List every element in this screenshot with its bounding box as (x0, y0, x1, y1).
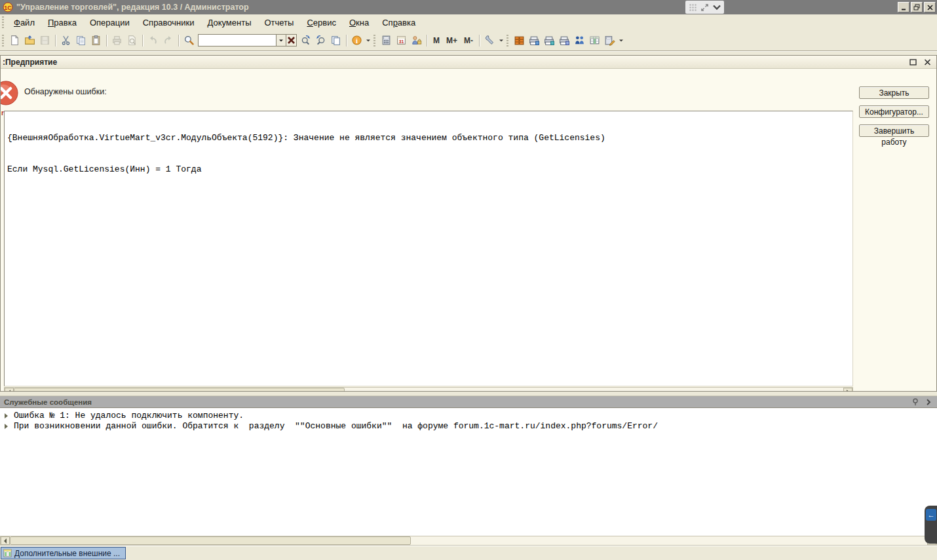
search-dropdown-button[interactable] (276, 34, 286, 47)
print-button[interactable] (109, 33, 124, 48)
close-button[interactable]: Закрыть (859, 86, 929, 99)
calc-edit-button[interactable] (602, 33, 617, 48)
screen-overlay-flap[interactable]: ← (925, 506, 937, 544)
service-settings-button[interactable] (482, 33, 497, 48)
cut-button[interactable] (58, 33, 73, 48)
service-messages-header[interactable]: Служебные сообщения (0, 396, 937, 407)
fiscal-printer-3-button[interactable] (557, 33, 572, 48)
configurator-button[interactable]: Конфигуратор... (859, 105, 929, 118)
save-button[interactable] (37, 33, 52, 48)
close-button[interactable] (924, 2, 936, 12)
overlay-widget[interactable] (685, 1, 724, 14)
user-permissions-button[interactable] (409, 33, 424, 48)
app-1c-icon: 1C (3, 2, 13, 12)
toolbar-grip-handle[interactable] (507, 35, 508, 47)
print-preview-button[interactable] (124, 33, 140, 48)
redo-button[interactable] (161, 33, 176, 48)
scroll-right-button[interactable] (843, 388, 852, 392)
menu-item-file[interactable]: Файл (7, 16, 41, 29)
memory-plus-button[interactable]: M+ (443, 33, 461, 48)
calculator-button[interactable] (379, 33, 394, 48)
restore-button[interactable] (911, 2, 923, 12)
menu-item-edit[interactable]: Правка (41, 16, 83, 29)
menu-item-catalogs[interactable]: Справочники (136, 16, 201, 29)
menu-item-windows[interactable]: Окна (343, 16, 375, 29)
message-bullet-icon (5, 413, 10, 419)
arrow-left-icon[interactable]: ← (926, 509, 936, 521)
dialog-close-button[interactable] (922, 58, 932, 67)
memory-minus-button[interactable]: M- (461, 33, 476, 48)
grid-dots-icon[interactable] (688, 3, 698, 12)
calc-edit-menu-button[interactable] (617, 33, 624, 48)
info-button[interactable]: i (349, 33, 364, 48)
menu-item-tools[interactable]: Сервис (300, 16, 343, 29)
messages-horizontal-scrollbar[interactable] (0, 536, 937, 546)
tab-additional-external[interactable]: Дополнительные внешние ... (1, 547, 126, 559)
find-next-button[interactable] (298, 33, 313, 48)
calendar-button[interactable]: 31 (394, 33, 409, 48)
expand-icon[interactable] (700, 3, 710, 12)
error-line: {ВнешняяОбработка.VirtueMart_v3cr.Модуль… (7, 133, 851, 143)
minimize-button[interactable] (898, 2, 909, 12)
error-text-area[interactable]: {ВнешняяОбработка.VirtueMart_v3cr.Модуль… (4, 111, 853, 386)
window-controls (898, 2, 936, 12)
table-icon (3, 549, 12, 557)
dialog-horizontal-scrollbar[interactable] (4, 387, 853, 392)
menu-item-operations[interactable]: Операции (83, 16, 136, 29)
application-window: { "titlebar": { "title": "\"Управление т… (0, 0, 937, 560)
scrollbar-track[interactable] (345, 388, 843, 392)
service-messages-list: Ошибка № 1: Не удалось подключить компон… (0, 407, 937, 536)
svg-text:1C: 1C (4, 5, 12, 11)
duplicate-button[interactable] (328, 33, 343, 48)
service-settings-menu-button[interactable] (497, 33, 505, 48)
find-previous-button[interactable] (313, 33, 328, 48)
menu-item-documents[interactable]: Документы (201, 16, 258, 29)
fiscal-printer-1-button[interactable] (527, 33, 542, 48)
error-summary-label: Обнаружены ошибки: (24, 87, 107, 96)
exit-button[interactable]: Завершить работу (859, 124, 929, 137)
error-x-icon (0, 80, 19, 106)
chevron-right-icon[interactable] (925, 399, 932, 405)
scroll-left-button[interactable] (5, 388, 14, 392)
toolbar-grip-handle[interactable] (2, 35, 4, 47)
menu-item-help[interactable]: Справка (375, 16, 422, 29)
error-line: Если Mysql.GetLicensies(Инн) = 1 Тогда (7, 164, 851, 175)
menubar-grip-handle[interactable] (2, 16, 4, 28)
toolbar-separator (55, 35, 56, 47)
scrollbar-track[interactable] (411, 536, 927, 545)
copy-button[interactable] (73, 33, 88, 48)
message-text: Ошибка № 1: Не удалось подключить компон… (14, 411, 244, 421)
svg-text:i: i (356, 37, 358, 45)
open-button[interactable] (22, 33, 37, 48)
find-button[interactable] (182, 33, 197, 48)
toolbar-grip-handle[interactable] (373, 35, 375, 47)
scroll-left-button[interactable] (1, 536, 10, 545)
new-document-button[interactable] (7, 33, 22, 48)
window-titlebar: 1C "Управление торговлей", редакция 10.3… (0, 0, 937, 14)
toolbar-separator (427, 35, 427, 47)
menu-item-reports[interactable]: Отчеты (258, 16, 300, 29)
memory-recall-button[interactable]: M (430, 33, 443, 48)
service-message-row[interactable]: При возникновении данной ошибки. Обратит… (0, 421, 937, 432)
undo-button[interactable] (145, 33, 161, 48)
service-messages-title: Служебные сообщения (4, 398, 906, 406)
dialog-maximize-button[interactable] (908, 58, 918, 67)
fiscal-printer-2-button[interactable] (542, 33, 557, 48)
search-combobox (198, 34, 297, 47)
dialog-titlebar[interactable]: :Предприятие (1, 56, 936, 69)
info-menu-button[interactable] (364, 33, 372, 48)
message-text: При возникновении данной ошибки. Обратит… (14, 421, 658, 432)
price-table-button[interactable] (587, 33, 602, 48)
paste-button[interactable] (88, 33, 104, 48)
error-dialog: :Предприятие Обнаружены ошибки: Закрыть … (0, 55, 937, 392)
scrollbar-thumb[interactable] (10, 536, 411, 545)
search-input[interactable] (198, 34, 276, 47)
cash-drawer-button[interactable] (512, 33, 527, 48)
message-bullet-icon (5, 424, 10, 429)
counterparties-button[interactable] (572, 33, 587, 48)
service-message-row[interactable]: Ошибка № 1: Не удалось подключить компон… (0, 411, 937, 421)
scrollbar-thumb[interactable] (14, 388, 345, 392)
search-clear-button[interactable] (286, 34, 297, 47)
chevron-down-icon[interactable] (712, 3, 721, 12)
pin-icon[interactable] (912, 398, 919, 406)
